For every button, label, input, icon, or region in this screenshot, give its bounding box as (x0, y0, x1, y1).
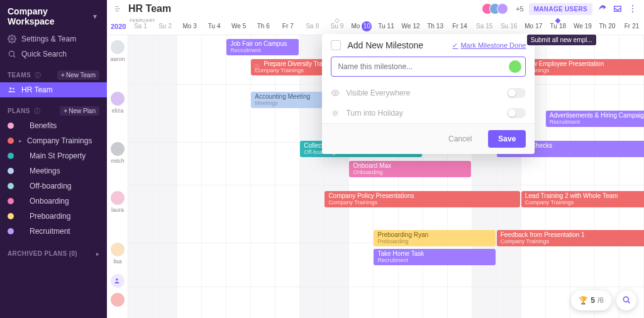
day-3[interactable]: Mo3 (177, 18, 202, 35)
settings-link[interactable]: Settings & Team (0, 31, 107, 47)
day-18[interactable]: Tu18 (546, 18, 570, 35)
plan-color-swatch (8, 123, 14, 129)
plan-label: Preboarding (30, 212, 70, 221)
chevron-down-icon[interactable]: ▾ (91, 12, 99, 21)
avatar-overflow[interactable]: +5 (516, 5, 524, 13)
day-13[interactable]: Th13 (423, 18, 448, 35)
more-icon[interactable] (628, 4, 638, 14)
avatar (111, 293, 125, 307)
info-icon[interactable]: ⓘ (33, 107, 42, 116)
milestone-name-input[interactable] (338, 62, 504, 71)
day-12[interactable]: We12 (399, 18, 423, 35)
task-plan: Recruitment (230, 47, 295, 54)
cancel-button[interactable]: Cancel (438, 130, 482, 148)
day-2[interactable]: Su2 (153, 18, 177, 35)
day-1[interactable]: FEBRUARYSa1 (128, 18, 153, 35)
score-fab[interactable]: 🏆 5/6 (571, 290, 611, 310)
menu-icon[interactable] (113, 4, 122, 13)
task-bar[interactable]: Company Policy PresentationsCompany Trai… (325, 191, 519, 207)
day-21[interactable]: Fr21 (619, 18, 644, 35)
day-14[interactable]: Fr14 (448, 18, 472, 35)
task-bar[interactable]: Advertisements & Hiring CampaignRecruitm… (546, 111, 644, 127)
plan-color-swatch (8, 168, 14, 174)
mark-done-link[interactable]: ✓ Mark Milestone Done (452, 41, 526, 50)
day-15[interactable]: Sa15 (472, 18, 497, 35)
sidebar-plan-benefits[interactable]: Benefits (0, 118, 107, 133)
main: HR Team +5 MANAGE USERS (107, 0, 644, 318)
avatar (111, 243, 125, 256)
plan-color-swatch (8, 213, 14, 219)
person-lisa[interactable]: lisa (107, 243, 128, 265)
milestone-tooltip: Submit all new empl... (527, 35, 596, 45)
plan-label: Main St Property (30, 151, 86, 160)
inbox-icon[interactable] (613, 4, 623, 14)
person-laura[interactable]: laura (107, 191, 128, 213)
grid-column (275, 35, 300, 318)
day-6[interactable]: Th6 (251, 18, 275, 35)
day-19[interactable]: We19 (570, 18, 595, 35)
sidebar-plan-off-boarding[interactable]: Off-boarding (0, 178, 107, 194)
grid-column (619, 35, 644, 318)
row-separator (128, 287, 644, 287)
sidebar-plan-company-trainings[interactable]: ▸Company Trainings (0, 133, 107, 148)
avatar-stack[interactable] (486, 3, 508, 14)
sidebar-team-hr-team[interactable]: HR Team (0, 82, 107, 97)
svg-point-10 (623, 297, 628, 302)
sidebar-plan-preboarding[interactable]: Preboarding (0, 209, 107, 224)
person-name: eliza (112, 107, 124, 114)
add-person-button[interactable] (111, 274, 125, 288)
milestone-checkbox[interactable] (331, 40, 341, 50)
day-11[interactable]: Tu11 (374, 18, 398, 35)
archived-heading[interactable]: ARCHIVED PLANS (0) (8, 250, 77, 257)
task-title: Lead Training 2 with Whole Team (525, 192, 644, 199)
day-9[interactable]: Su9 (325, 18, 349, 35)
sidebar-plan-recruitment[interactable]: Recruitment (0, 224, 107, 239)
help-fab[interactable] (616, 290, 636, 310)
new-plan-button[interactable]: + New Plan (60, 106, 99, 116)
task-bar[interactable]: Feedback from Presentation 1Company Trai… (497, 230, 644, 246)
sidebar-plan-main-st-property[interactable]: Main St Property (0, 148, 107, 163)
color-picker-dot[interactable] (509, 60, 521, 73)
svg-point-5 (632, 8, 633, 9)
plan-label: Meetings (30, 167, 60, 175)
save-button[interactable]: Save (488, 130, 526, 148)
info-icon[interactable]: ⓘ (33, 71, 42, 80)
sun-icon (331, 109, 340, 118)
search-link[interactable]: Quick Search (0, 47, 107, 62)
grid-column (226, 35, 251, 318)
manage-users-button[interactable]: MANAGE USERS (529, 3, 592, 15)
task-bar[interactable]: Job Fair on CampusRecruitment (226, 39, 299, 55)
task-bar[interactable]: Onboard MaxOnboarding (349, 161, 470, 177)
task-bar[interactable]: Take Home TaskRecruitment (374, 249, 495, 265)
plan-color-swatch (8, 198, 14, 204)
task-title: Take Home Task (377, 250, 491, 257)
sidebar-plan-onboarding[interactable]: Onboarding (0, 194, 107, 209)
sidebar-plan-meetings[interactable]: Meetings (0, 163, 107, 178)
person[interactable] (107, 293, 128, 307)
task-bar[interactable]: Accounting MeetingMeetings (251, 92, 323, 108)
task-bar[interactable]: Lead Training 2 with Whole TeamCompany T… (521, 191, 644, 207)
visible-toggle[interactable] (507, 88, 526, 98)
day-16[interactable]: Su16 (497, 18, 521, 35)
day-17[interactable]: Mo17 (521, 18, 546, 35)
new-team-button[interactable]: + New Team (57, 70, 99, 80)
grid-column (177, 35, 202, 318)
share-icon[interactable] (597, 4, 608, 14)
task-bar[interactable]: Prepare Diversity TrainingCompany Traini… (251, 59, 323, 75)
person-eliza[interactable]: eliza (107, 92, 128, 114)
day-4[interactable]: Tu4 (202, 18, 226, 35)
day-8[interactable]: Sa8 (300, 18, 325, 35)
day-5[interactable]: We5 (226, 18, 251, 35)
holiday-toggle[interactable] (507, 108, 526, 118)
avatar (111, 92, 125, 106)
task-bar[interactable]: Preboarding RyanPreboarding (374, 230, 495, 246)
day-7[interactable]: Fr7 (275, 18, 300, 35)
person-aaron[interactable]: aaron (107, 40, 128, 62)
chevron-right-icon[interactable]: ▸ (96, 251, 99, 257)
plan-label: Recruitment (30, 227, 70, 236)
day-10[interactable]: Mo10 (349, 18, 374, 35)
person-mitch[interactable]: mitch (107, 142, 128, 164)
day-20[interactable]: Th20 (595, 18, 619, 35)
grid-column (128, 35, 153, 318)
svg-point-2 (9, 87, 11, 90)
